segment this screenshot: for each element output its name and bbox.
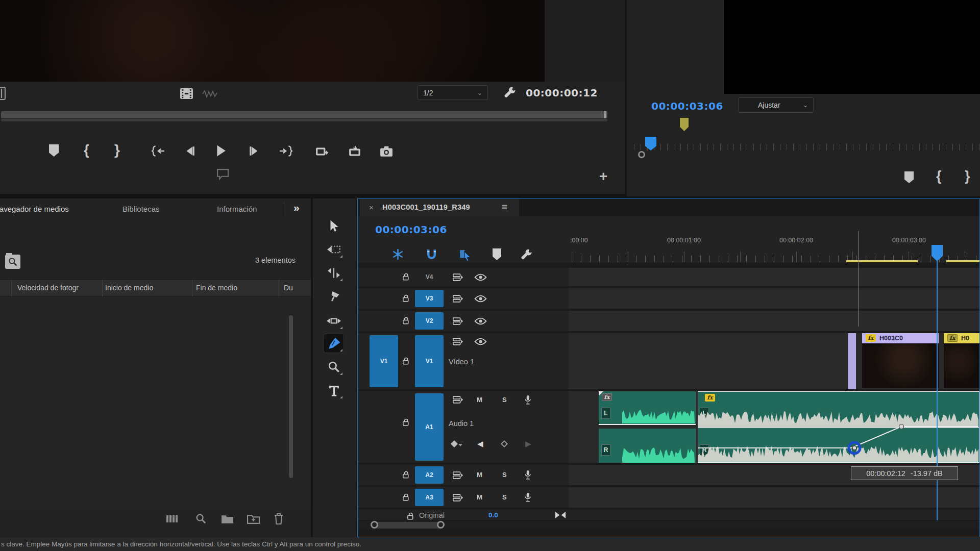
program-mark-out-button[interactable]: } — [965, 168, 970, 184]
source-timecode[interactable]: 00:00:00:12 — [526, 87, 598, 99]
time-ruler[interactable]: :00:00 00:00:01:00 00:00:02:00 00:00:03:… — [569, 231, 979, 263]
zoom-tool[interactable] — [324, 358, 344, 376]
timeline-timecode[interactable]: 00:00:03:06 — [375, 223, 447, 236]
source-scrubber-bar[interactable] — [1, 111, 607, 118]
new-bin-button[interactable] — [247, 514, 260, 524]
lock-icon[interactable] — [402, 294, 410, 303]
zoom-handle-left[interactable] — [371, 521, 378, 529]
column-media-start[interactable]: Inicio de medio — [105, 284, 153, 292]
source-settings-wrench-icon[interactable] — [503, 86, 517, 99]
tab-info[interactable]: Información — [217, 205, 257, 213]
timeline-hscrollbar[interactable] — [358, 521, 979, 530]
go-to-out-button[interactable] — [279, 145, 293, 157]
next-keyframe-button[interactable]: ▶ — [525, 439, 531, 448]
selection-tool[interactable] — [324, 217, 344, 235]
new-folder-button[interactable] — [221, 514, 234, 524]
mute-button[interactable]: M — [477, 493, 482, 501]
tab-overflow-chevron[interactable]: » — [293, 202, 300, 214]
track-output-eye-icon[interactable] — [474, 295, 487, 303]
video-clip-fragment[interactable] — [848, 333, 856, 389]
program-scrubber-ticks[interactable] — [634, 144, 980, 151]
insert-button[interactable] — [315, 145, 330, 158]
add-keyframe-button[interactable] — [501, 440, 508, 447]
sync-lock-icon[interactable] — [452, 471, 463, 480]
track-target-a2[interactable]: A2 — [415, 466, 444, 484]
sync-lock-icon[interactable] — [452, 493, 463, 502]
timeline-add-marker-icon[interactable] — [493, 248, 501, 260]
source-video-preview[interactable] — [0, 0, 545, 82]
master-level-value[interactable]: 0.0 — [488, 511, 498, 519]
tab-libraries[interactable]: Bibliotecas — [122, 205, 160, 213]
source-patch-v1[interactable]: V1 — [370, 335, 398, 387]
track-output-eye-icon[interactable] — [474, 338, 487, 345]
audio-clip-1[interactable]: fx L R — [599, 391, 696, 463]
sync-lock-icon[interactable] — [452, 273, 463, 282]
track-target-v4[interactable]: V4 — [415, 270, 444, 284]
mark-in-button[interactable]: { — [84, 142, 89, 158]
track-select-tool[interactable] — [324, 240, 344, 259]
sequence-marker-icon[interactable] — [680, 118, 689, 131]
zoom-handle-right[interactable] — [437, 521, 445, 529]
drag-video-only-icon[interactable] — [180, 88, 193, 99]
tab-media-browser[interactable]: Navegador de medios — [0, 205, 69, 213]
lock-icon[interactable] — [402, 316, 410, 325]
column-media-end[interactable]: Fin de medio — [196, 284, 237, 292]
column-duration[interactable]: Du — [284, 284, 293, 292]
lock-icon[interactable] — [402, 418, 410, 427]
program-scale-select[interactable]: Ajustar ⌄ — [738, 97, 814, 113]
solo-button[interactable]: S — [502, 493, 507, 501]
mute-button[interactable]: M — [477, 471, 482, 479]
clip-list-area[interactable] — [0, 296, 311, 508]
track-target-a1[interactable]: A1 — [415, 393, 444, 461]
voiceover-mic-icon[interactable] — [523, 469, 532, 481]
slip-tool[interactable] — [324, 312, 344, 330]
program-add-marker-button[interactable] — [904, 171, 914, 183]
timeline-settings-wrench-icon[interactable] — [520, 248, 533, 261]
track-output-eye-icon[interactable] — [474, 317, 487, 325]
lock-icon[interactable] — [406, 512, 415, 520]
type-tool[interactable] — [324, 381, 344, 399]
fit-sequence-icon[interactable] — [555, 511, 566, 519]
pen-tool[interactable] — [324, 334, 344, 353]
source-zoom-select[interactable]: 1/2 ⌄ — [418, 85, 488, 100]
keyframe-type-button[interactable] — [452, 441, 457, 446]
button-editor-icon[interactable] — [216, 168, 229, 180]
lock-icon[interactable] — [402, 357, 410, 366]
program-zoom-handle[interactable] — [638, 151, 645, 158]
delete-button[interactable] — [274, 513, 284, 525]
sync-lock-icon[interactable] — [452, 337, 463, 346]
video-clip-2-selected[interactable]: fx H0 — [944, 333, 979, 388]
play-button[interactable] — [215, 144, 227, 158]
program-mark-in-button[interactable]: { — [936, 168, 942, 184]
project-scrollbar[interactable] — [289, 315, 293, 478]
track-target-v1[interactable]: V1 — [415, 335, 444, 387]
add-marker-button[interactable] — [49, 144, 59, 157]
track-output-eye-icon[interactable] — [474, 273, 487, 281]
solo-button[interactable]: S — [502, 471, 507, 479]
lock-icon[interactable] — [402, 272, 410, 282]
step-back-button[interactable] — [184, 145, 196, 157]
voiceover-mic-icon[interactable] — [523, 394, 532, 406]
snap-toggle-icon[interactable] — [425, 248, 438, 261]
drag-audio-only-icon[interactable] — [202, 90, 217, 98]
close-tab-button[interactable]: × — [369, 203, 374, 212]
track-target-v3[interactable]: V3 — [415, 290, 444, 307]
go-to-in-button[interactable] — [151, 145, 165, 157]
nest-toggle-icon[interactable] — [391, 248, 404, 261]
ripple-edit-tool[interactable] — [324, 264, 344, 282]
sync-lock-icon[interactable] — [452, 317, 463, 325]
track-name-video1[interactable]: Vídeo 1 — [449, 358, 474, 366]
find-button[interactable] — [195, 513, 207, 524]
monitor-edge-icon[interactable] — [0, 87, 6, 100]
master-track-name[interactable]: Original — [419, 511, 445, 519]
export-frame-button[interactable] — [380, 145, 393, 158]
program-timecode[interactable]: 00:00:03:06 — [651, 100, 723, 112]
track-name-audio1[interactable]: Audio 1 — [449, 419, 474, 428]
track-target-a3[interactable]: A3 — [415, 489, 444, 506]
column-frame-rate[interactable]: Velocidad de fotogr — [17, 284, 79, 292]
video-clip-1[interactable]: fx H003C0 — [862, 333, 939, 388]
sync-lock-icon[interactable] — [452, 294, 463, 303]
voiceover-mic-icon[interactable] — [523, 491, 532, 504]
lock-icon[interactable] — [402, 470, 410, 480]
add-button[interactable]: + — [599, 168, 607, 185]
